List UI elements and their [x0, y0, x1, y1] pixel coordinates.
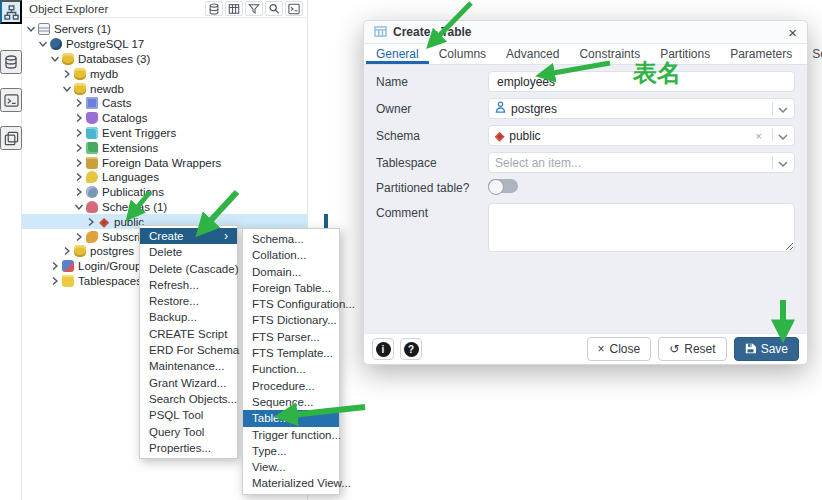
tree-item-label: Languages — [102, 171, 159, 183]
tab-advanced[interactable]: Advanced — [496, 44, 569, 64]
menu-item-refresh[interactable]: Refresh... — [140, 277, 237, 293]
tree-item-mydb[interactable]: mydb — [22, 66, 307, 81]
menu-item-restore[interactable]: Restore... — [140, 293, 237, 309]
menu-item-fts-parser[interactable]: FTS Parser... — [243, 329, 339, 345]
chevron-down-icon[interactable] — [778, 129, 788, 143]
expand-caret-icon[interactable] — [74, 158, 84, 168]
menu-item-label: ERD For Schema — [149, 342, 239, 358]
menu-item-create-script[interactable]: CREATE Script — [140, 326, 237, 342]
tablespace-select[interactable]: Select an item... — [488, 152, 795, 173]
tree-item-postgresql-17[interactable]: PostgreSQL 17 — [22, 37, 307, 52]
menu-item-function[interactable]: Function... — [243, 361, 339, 377]
search-icon[interactable] — [265, 1, 283, 16]
menu-item-maintenance[interactable]: Maintenance... — [140, 358, 237, 374]
chevron-down-icon[interactable] — [778, 156, 788, 170]
help-button[interactable]: ? — [400, 338, 422, 360]
tree-item-servers-1[interactable]: Servers (1) — [22, 22, 307, 37]
menu-item-trigger-function[interactable]: Trigger function... — [243, 427, 339, 443]
expand-caret-icon[interactable] — [62, 246, 72, 256]
menu-item-erd-for-schema[interactable]: ERD For Schema — [140, 342, 237, 358]
chevron-down-icon[interactable] — [778, 102, 788, 116]
table-quick-icon[interactable] — [225, 1, 243, 16]
menu-item-label: Table... — [252, 410, 330, 426]
expand-caret-icon[interactable] — [74, 128, 84, 138]
expand-caret-icon[interactable] — [50, 276, 60, 286]
menu-item-search-objects[interactable]: Search Objects... — [140, 391, 237, 407]
menu-item-fts-dictionary[interactable]: FTS Dictionary... — [243, 312, 339, 328]
tree-item-languages[interactable]: Languages — [22, 170, 307, 185]
name-label: Name — [376, 75, 488, 89]
menu-item-fts-configuration[interactable]: FTS Configuration... — [243, 296, 339, 312]
collapse-caret-icon[interactable] — [50, 54, 60, 64]
menu-item-create[interactable]: Create› — [140, 228, 237, 244]
tab-columns[interactable]: Columns — [429, 44, 496, 64]
collapse-caret-icon[interactable] — [38, 39, 48, 49]
tree-item-databases-3[interactable]: Databases (3) — [22, 52, 307, 67]
tree-item-event-triggers[interactable]: Event Triggers — [22, 126, 307, 141]
expand-caret-icon[interactable] — [74, 143, 84, 153]
object-explorer-icon[interactable] — [0, 0, 22, 24]
tree-item-publications[interactable]: Publications — [22, 185, 307, 200]
expand-caret-icon[interactable] — [74, 232, 84, 242]
database-quick-icon[interactable] — [205, 1, 223, 16]
close-button[interactable]: × Close — [587, 337, 652, 361]
tree-item-casts[interactable]: Casts — [22, 96, 307, 111]
collapse-caret-icon[interactable] — [26, 24, 36, 34]
menu-item-label: Query Tool — [149, 424, 228, 440]
menu-item-type[interactable]: Type... — [243, 443, 339, 459]
menu-item-domain[interactable]: Domain... — [243, 264, 339, 280]
menu-item-foreign-table[interactable]: Foreign Table... — [243, 280, 339, 296]
close-icon[interactable]: × — [788, 25, 797, 40]
expand-caret-icon[interactable] — [74, 187, 84, 197]
menu-item-sequence[interactable]: Sequence... — [243, 394, 339, 410]
menu-item-psql-tool[interactable]: PSQL Tool — [140, 407, 237, 423]
collapse-caret-icon[interactable] — [74, 202, 84, 212]
filter-icon[interactable] — [245, 1, 263, 16]
sql-info-button[interactable]: i — [372, 338, 394, 360]
menu-item-fts-template[interactable]: FTS Template... — [243, 345, 339, 361]
menu-item-table[interactable]: Table... — [243, 410, 339, 426]
tree-item-schemas-1[interactable]: Schemas (1) — [22, 200, 307, 215]
menu-item-delete-cascade[interactable]: Delete (Cascade) — [140, 261, 237, 277]
expand-caret-icon[interactable] — [62, 69, 72, 79]
partitioned-toggle[interactable] — [488, 179, 518, 193]
menu-item-materialized-view[interactable]: Materialized View... — [243, 475, 339, 491]
owner-select[interactable]: postgres — [488, 98, 795, 119]
name-input[interactable] — [488, 71, 795, 92]
collapse-caret-icon[interactable] — [62, 84, 72, 94]
workspace-icon[interactable] — [0, 126, 22, 150]
tree-item-newdb[interactable]: newdb — [22, 81, 307, 96]
comment-textarea[interactable] — [488, 203, 795, 252]
dependencies-icon[interactable] — [0, 50, 22, 74]
clear-icon[interactable]: × — [751, 130, 767, 142]
terminal-icon[interactable] — [0, 88, 22, 112]
menu-item-delete[interactable]: Delete — [140, 244, 237, 260]
expand-caret-icon[interactable] — [74, 98, 84, 108]
expand-caret-icon[interactable] — [50, 261, 60, 271]
expand-caret-icon[interactable] — [74, 113, 84, 123]
tab-security[interactable]: Security — [802, 44, 822, 64]
reset-button[interactable]: ↺ Reset — [658, 337, 726, 361]
schema-select[interactable]: ◈ public × — [488, 125, 795, 146]
menu-item-view[interactable]: View... — [243, 459, 339, 475]
expand-caret-icon[interactable] — [86, 217, 96, 227]
tab-partitions[interactable]: Partitions — [650, 44, 720, 64]
tab-general[interactable]: General — [366, 44, 429, 64]
menu-item-properties[interactable]: Properties... — [140, 440, 237, 456]
save-button[interactable]: Save — [734, 337, 799, 361]
menu-item-query-tool[interactable]: Query Tool — [140, 424, 237, 440]
menu-item-schema[interactable]: Schema... — [243, 231, 339, 247]
menu-item-procedure[interactable]: Procedure... — [243, 378, 339, 394]
tab-constraints[interactable]: Constraints — [569, 44, 650, 64]
menu-item-collation[interactable]: Collation... — [243, 247, 339, 263]
submenu-arrow-icon: › — [224, 228, 228, 244]
tab-parameters[interactable]: Parameters — [720, 44, 802, 64]
expand-caret-icon[interactable] — [74, 172, 84, 182]
tree-item-extensions[interactable]: Extensions — [22, 140, 307, 155]
tree-item-foreign-data-wrappers[interactable]: Foreign Data Wrappers — [22, 155, 307, 170]
menu-item-grant-wizard[interactable]: Grant Wizard... — [140, 375, 237, 391]
menu-item-backup[interactable]: Backup... — [140, 309, 237, 325]
psql-quick-icon[interactable] — [285, 1, 303, 16]
tree-item-catalogs[interactable]: Catalogs — [22, 111, 307, 126]
partitioned-label: Partitioned table? — [376, 181, 488, 195]
